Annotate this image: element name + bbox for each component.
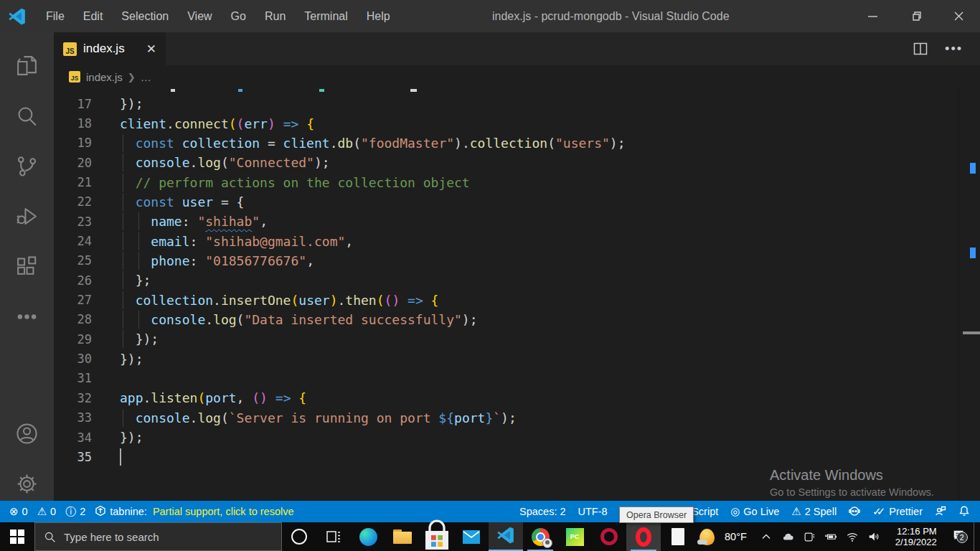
activity-bar-source-control[interactable] <box>10 149 44 183</box>
code-line-19[interactable]: 19 const collection = client.db("foodMas… <box>54 133 626 153</box>
activity-bar-explorer[interactable] <box>10 48 44 83</box>
tray-network[interactable] <box>842 522 863 551</box>
code-line-35[interactable]: 35 <box>54 447 626 466</box>
tray-onedrive[interactable] <box>777 522 798 551</box>
taskbar-app-opera[interactable] <box>626 522 661 551</box>
tab-close-icon[interactable]: ✕ <box>144 42 159 57</box>
taskbar-app-vscode[interactable] <box>489 522 523 551</box>
token: " <box>252 214 260 229</box>
code-line-20[interactable]: 20 console.log("Connected"); <box>54 153 626 172</box>
battery-charging-icon <box>824 530 837 543</box>
code-line-21[interactable]: 21 // perform actions on the collection … <box>54 172 626 192</box>
code-line-33[interactable]: 33 console.log(`Server is running on por… <box>54 408 626 428</box>
status-tabnine-robot-icon[interactable] <box>849 505 860 519</box>
tray-temperature[interactable]: 80°F <box>719 522 755 551</box>
taskbar-app-chrome[interactable] <box>523 522 557 551</box>
token: err <box>244 116 268 131</box>
status-tabnine-[interactable]: tabnine: <box>95 505 147 519</box>
taskbar-app-opera-gx[interactable] <box>592 522 626 551</box>
menu-terminal[interactable]: Terminal <box>295 0 357 32</box>
breadcrumb-more[interactable]: … <box>141 71 151 83</box>
status-2-spell[interactable]: ⚠2 Spell <box>791 505 837 518</box>
code-line-25[interactable]: 25 phone: "01856776676", <box>54 251 626 270</box>
status-go-live[interactable]: ◎Go Live <box>730 505 779 518</box>
taskbar-app-cortana[interactable] <box>282 522 316 551</box>
activity-bar-extensions[interactable] <box>10 249 44 283</box>
code-line-26[interactable]: 26 }; <box>54 270 626 290</box>
menu-go[interactable]: Go <box>222 0 255 32</box>
tray-action-center[interactable]: 2 <box>948 522 969 551</box>
taskbar-app-mail[interactable] <box>454 522 489 551</box>
taskbar-app-microsoft-store[interactable] <box>420 522 454 551</box>
start-button[interactable] <box>0 522 34 551</box>
tray-weather[interactable] <box>695 522 719 551</box>
token: ( <box>237 312 245 327</box>
menu-run[interactable]: Run <box>255 0 295 32</box>
code-editor[interactable]: 17});18client.connect((err) => {19 const… <box>54 88 980 501</box>
close-button[interactable] <box>937 0 980 32</box>
code-line-29[interactable]: 29 }); <box>54 329 626 349</box>
activity-bar-account[interactable] <box>10 416 44 451</box>
menu-file[interactable]: File <box>37 0 74 32</box>
taskbar-app-pycharm[interactable]: PC <box>557 522 592 551</box>
code-line-24[interactable]: 24 email: "shihab@gmail.com", <box>54 231 626 250</box>
taskbar-search[interactable]: Type here to search <box>34 522 282 551</box>
activity-bar-settings[interactable] <box>10 466 44 501</box>
code-line-28[interactable]: 28 console.log("Data inserted successful… <box>54 310 626 329</box>
code-line-27[interactable]: 27 collection.insertOne(user).then(() =>… <box>54 290 626 309</box>
token <box>120 214 151 229</box>
breadcrumb[interactable]: JS index.js ❯ … <box>54 65 980 88</box>
tray-volume[interactable] <box>863 522 885 551</box>
status-0[interactable]: ⚠0 <box>37 505 57 518</box>
code-line-30[interactable]: 30}); <box>54 349 626 368</box>
code-line-18[interactable]: 18client.connect((err) => { <box>54 113 626 133</box>
status-utf-8[interactable]: UTF-8 <box>578 506 608 517</box>
code-line-31[interactable]: 31 <box>54 369 626 388</box>
tabnine-status-message[interactable]: Partial support, click to resolve <box>153 506 294 517</box>
status-2[interactable]: ⓘ2 <box>65 505 85 519</box>
code-line-23[interactable]: 23 name: "shihab", <box>54 212 626 231</box>
status-0[interactable]: ⊗0 <box>9 505 28 518</box>
code-line-32[interactable]: 32app.listen(port, () => { <box>54 388 626 408</box>
menu-edit[interactable]: Edit <box>74 0 113 32</box>
status-label: 2 Spell <box>805 506 837 517</box>
line-content: }); <box>120 96 143 111</box>
taskbar-tooltip: Opera Browser <box>619 507 694 523</box>
minimize-button[interactable] <box>851 0 894 32</box>
activity-bar-more-actions[interactable] <box>10 299 44 334</box>
taskbar-app-edge[interactable] <box>351 522 385 551</box>
notification-badge: 2 <box>956 532 968 543</box>
action-center[interactable]: 2 <box>952 529 965 545</box>
taskbar-app-task-view[interactable] <box>316 522 351 551</box>
breadcrumb-file[interactable]: index.js <box>86 71 123 83</box>
code-line-34[interactable]: 34}); <box>54 428 626 447</box>
tray-clock[interactable]: 12:16 PM2/19/2022 <box>885 522 948 551</box>
restore-button[interactable] <box>894 0 937 32</box>
code-line-17[interactable]: 17}); <box>54 94 626 113</box>
status-feedback-icon[interactable] <box>935 505 946 519</box>
show-desktop-button[interactable] <box>974 522 976 551</box>
taskbar: Type here to search PC 80°F12:16 PM2/19/… <box>0 522 980 551</box>
split-editor-icon[interactable] <box>913 42 928 55</box>
tray-device[interactable] <box>798 522 820 551</box>
scrollbar-handle[interactable] <box>963 331 980 334</box>
cloud-icon <box>781 530 794 543</box>
clock[interactable]: 12:16 PM2/19/2022 <box>889 526 943 547</box>
taskbar-app-notepad[interactable] <box>661 522 695 551</box>
status-bell-icon[interactable] <box>958 505 970 519</box>
taskbar-app-file-explorer[interactable] <box>385 522 420 551</box>
menu-selection[interactable]: Selection <box>112 0 178 32</box>
activity-bar-run-and-debug[interactable] <box>10 199 44 233</box>
code-line-22[interactable]: 22 const user = { <box>54 192 626 212</box>
status-spaces-2[interactable]: Spaces: 2 <box>519 506 566 517</box>
system-tray: 80°F12:16 PM2/19/20222 <box>695 522 980 551</box>
tray-show-hidden[interactable] <box>755 522 777 551</box>
tray-show-desktop[interactable] <box>969 522 980 551</box>
menu-view[interactable]: View <box>178 0 221 32</box>
menu-help[interactable]: Help <box>357 0 400 32</box>
tab-indexjs[interactable]: JS index.js ✕ <box>54 32 166 65</box>
more-actions-icon[interactable]: ••• <box>945 42 963 57</box>
tray-battery[interactable] <box>820 522 842 551</box>
status-prettier[interactable]: ✓✓Prettier <box>872 505 923 518</box>
activity-bar-search[interactable] <box>10 98 44 133</box>
